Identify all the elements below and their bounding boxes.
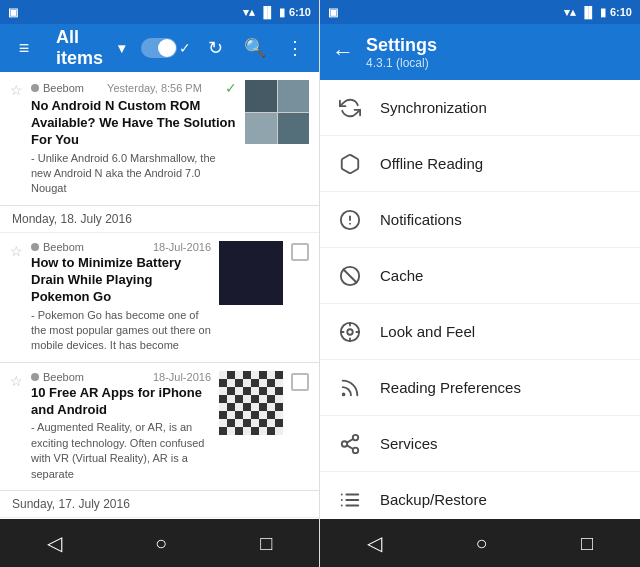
signal-icon-right: ▐▌ bbox=[580, 6, 596, 18]
feed-date: 18-Jul-2016 bbox=[153, 241, 211, 253]
screen-icon-right: ▣ bbox=[328, 6, 338, 19]
source-name: Beebom bbox=[43, 241, 84, 253]
recent-nav-button[interactable]: □ bbox=[240, 524, 292, 563]
share-icon bbox=[336, 430, 364, 458]
settings-item-notifications[interactable]: Notifications bbox=[320, 192, 640, 248]
settings-item-offline-reading[interactable]: Offline Reading bbox=[320, 136, 640, 192]
date-header: Monday, 18. July 2016 bbox=[0, 206, 319, 233]
feed-item-body: Beebom 18-Jul-2016 How to Minimize Batte… bbox=[31, 241, 211, 354]
settings-item-reading-preferences[interactable]: Reading Preferences bbox=[320, 360, 640, 416]
settings-item-cache[interactable]: Cache bbox=[320, 248, 640, 304]
look-and-feel-label: Look and Feel bbox=[380, 323, 475, 340]
feed-title: 10 Free AR Apps for iPhone and Android bbox=[31, 385, 211, 419]
feed-item-meta: Beebom 18-Jul-2016 bbox=[31, 241, 211, 253]
wifi-icon-right: ▾▴ bbox=[564, 6, 576, 19]
read-checkbox[interactable] bbox=[291, 243, 309, 261]
settings-title: Settings bbox=[366, 35, 437, 56]
right-panel: ▣ ▾▴ ▐▌ ▮ 6:10 ← Settings 4.3.1 (local) … bbox=[320, 0, 640, 567]
feed-content: ☆ Beebom Yesterday, 8:56 PM ✓ No Android… bbox=[0, 72, 319, 519]
settings-item-synchronization[interactable]: Synchronization bbox=[320, 80, 640, 136]
source-dot bbox=[31, 243, 39, 251]
feed-excerpt: - Augmented Reality, or AR, is an exciti… bbox=[31, 420, 211, 482]
thumb-cell-1 bbox=[245, 80, 277, 112]
box-icon bbox=[336, 150, 364, 178]
settings-item-look-and-feel[interactable]: Look and Feel bbox=[320, 304, 640, 360]
check-icon: ✓ bbox=[179, 40, 191, 56]
home-nav-button-right[interactable]: ○ bbox=[455, 524, 507, 563]
feed-item-meta: Beebom Yesterday, 8:56 PM ✓ bbox=[31, 80, 237, 96]
feed-item[interactable]: ☆ Beebom 18-Jul-2016 10 Free AR Apps for… bbox=[0, 363, 319, 491]
battery-icon-right: ▮ bbox=[600, 6, 606, 19]
read-toggle-button[interactable] bbox=[141, 38, 177, 58]
feed-item-body: Beebom Yesterday, 8:56 PM ✓ No Android N… bbox=[31, 80, 237, 197]
all-items-title: All items bbox=[56, 27, 114, 69]
date-header: Sunday, 17. July 2016 bbox=[0, 491, 319, 518]
feed-item-meta: Beebom 18-Jul-2016 bbox=[31, 371, 211, 383]
dropdown-icon[interactable]: ▾ bbox=[118, 40, 125, 56]
feed-thumbnail bbox=[245, 80, 309, 144]
rss-icon bbox=[336, 374, 364, 402]
feed-source: Beebom bbox=[31, 371, 84, 383]
svg-line-4 bbox=[344, 269, 357, 282]
star-icon[interactable]: ☆ bbox=[10, 243, 23, 259]
home-nav-button[interactable]: ○ bbox=[135, 524, 187, 563]
feed-excerpt: - Unlike Android 6.0 Marshmallow, the ne… bbox=[31, 151, 237, 197]
feed-source: Beebom bbox=[31, 241, 84, 253]
cache-label: Cache bbox=[380, 267, 423, 284]
synchronization-label: Synchronization bbox=[380, 99, 487, 116]
star-icon[interactable]: ☆ bbox=[10, 82, 23, 98]
thumb-cell-2 bbox=[278, 80, 310, 112]
feed-source: Beebom bbox=[31, 82, 84, 94]
more-options-button[interactable]: ⋮ bbox=[279, 32, 311, 64]
back-nav-button-right[interactable]: ◁ bbox=[347, 523, 402, 563]
feed-item[interactable]: ☆ Beebom 18-Jul-2016 How to Minimize Bat… bbox=[0, 233, 319, 363]
status-bar-right-right-icons: ▾▴ ▐▌ ▮ 6:10 bbox=[564, 6, 632, 19]
back-button[interactable]: ← bbox=[332, 39, 354, 65]
svg-line-16 bbox=[347, 438, 353, 442]
settings-item-services[interactable]: Services bbox=[320, 416, 640, 472]
status-bar-right: ▣ ▾▴ ▐▌ ▮ 6:10 bbox=[320, 0, 640, 24]
feed-date: Yesterday, 8:56 PM bbox=[107, 82, 202, 94]
hamburger-menu-button[interactable]: ≡ bbox=[8, 32, 40, 64]
bottom-nav-left: ◁ ○ □ bbox=[0, 519, 319, 567]
feed-title-container: All items ▾ bbox=[48, 24, 133, 72]
source-dot bbox=[31, 84, 39, 92]
reading-preferences-label: Reading Preferences bbox=[380, 379, 521, 396]
source-dot bbox=[31, 373, 39, 381]
back-nav-button[interactable]: ◁ bbox=[27, 523, 82, 563]
notifications-label: Notifications bbox=[380, 211, 462, 228]
wifi-icon: ▾▴ bbox=[243, 6, 255, 19]
backup-restore-label: Backup/Restore bbox=[380, 491, 487, 508]
star-icon[interactable]: ☆ bbox=[10, 373, 23, 389]
sync-icon bbox=[336, 94, 364, 122]
feed-thumbnail bbox=[219, 371, 283, 435]
screen-icon: ▣ bbox=[8, 6, 18, 19]
thumb-cell-3 bbox=[245, 113, 277, 145]
search-button[interactable]: 🔍 bbox=[239, 32, 271, 64]
feed-title: How to Minimize Battery Drain While Play… bbox=[31, 255, 211, 306]
read-toggle-container: ✓ bbox=[141, 38, 191, 58]
info-icon bbox=[336, 206, 364, 234]
read-checkbox[interactable] bbox=[291, 373, 309, 391]
feed-thumbnail bbox=[219, 241, 283, 305]
palette-icon bbox=[336, 318, 364, 346]
status-bar-right-left-icons: ▣ bbox=[328, 6, 338, 19]
left-panel: ▣ ▾▴ ▐▌ ▮ 6:10 ≡ All items ▾ ✓ ↻ 🔍 ⋮ ☆ bbox=[0, 0, 320, 567]
feed-item[interactable]: ☆ Beebom Yesterday, 8:56 PM ✓ No Android… bbox=[0, 72, 319, 206]
svg-point-11 bbox=[343, 393, 345, 395]
left-toolbar: ≡ All items ▾ ✓ ↻ 🔍 ⋮ bbox=[0, 24, 319, 72]
offline-reading-label: Offline Reading bbox=[380, 155, 483, 172]
refresh-button[interactable]: ↻ bbox=[199, 32, 231, 64]
thumb-cell-4 bbox=[278, 113, 310, 145]
signal-icon: ▐▌ bbox=[259, 6, 275, 18]
time-display: 6:10 bbox=[289, 6, 311, 18]
recent-nav-button-right[interactable]: □ bbox=[561, 524, 613, 563]
feed-item-body: Beebom 18-Jul-2016 10 Free AR Apps for i… bbox=[31, 371, 211, 482]
feed-excerpt: - Pokemon Go has become one of the most … bbox=[31, 308, 211, 354]
cache-icon bbox=[336, 262, 364, 290]
time-display-right: 6:10 bbox=[610, 6, 632, 18]
services-label: Services bbox=[380, 435, 438, 452]
settings-item-backup-restore[interactable]: Backup/Restore bbox=[320, 472, 640, 519]
settings-toolbar: ← Settings 4.3.1 (local) bbox=[320, 24, 640, 80]
status-bar-left: ▣ ▾▴ ▐▌ ▮ 6:10 bbox=[0, 0, 319, 24]
